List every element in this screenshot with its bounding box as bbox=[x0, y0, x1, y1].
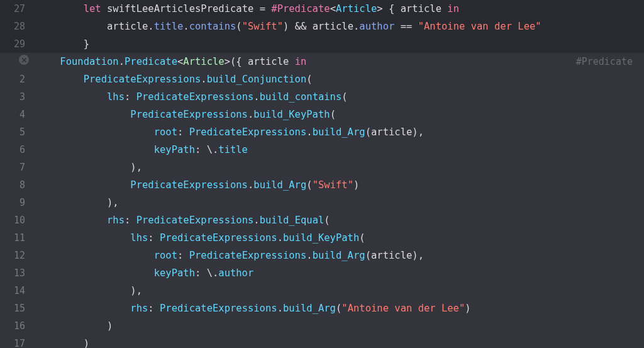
code-line: 17 ) bbox=[0, 335, 644, 348]
code-line: 8 PredicateExpressions.build_Arg("Swift"… bbox=[0, 176, 644, 194]
line-number: 13 bbox=[0, 264, 36, 282]
line-number: 9 bbox=[0, 194, 36, 211]
line-number: 29 bbox=[0, 35, 36, 53]
line-number: 8 bbox=[0, 176, 36, 194]
code-line: 5 root: PredicateExpressions.build_Arg(a… bbox=[0, 123, 644, 141]
line-number: 27 bbox=[0, 0, 36, 18]
code-line: 16 ) bbox=[0, 317, 644, 335]
code-line: 6 keyPath: \.title bbox=[0, 141, 644, 159]
code-line: 11 lhs: PredicateExpressions.build_KeyPa… bbox=[0, 229, 644, 247]
code-line: Foundation.Predicate<Article>({ article … bbox=[0, 53, 644, 70]
line-number: 12 bbox=[0, 247, 36, 264]
line-number: 14 bbox=[0, 282, 36, 300]
code-line: 29 } bbox=[0, 35, 644, 53]
code-line: 14 ), bbox=[0, 282, 644, 300]
line-number: 15 bbox=[0, 300, 36, 317]
line-number: 3 bbox=[0, 88, 36, 106]
code-line: 4 PredicateExpressions.build_KeyPath( bbox=[0, 106, 644, 123]
line-number: 16 bbox=[0, 317, 36, 335]
code-line: 9 ), bbox=[0, 194, 644, 211]
code-line: 15 rhs: PredicateExpressions.build_Arg("… bbox=[0, 300, 644, 317]
code-line: 10 rhs: PredicateExpressions.build_Equal… bbox=[0, 211, 644, 229]
line-number: 11 bbox=[0, 229, 36, 247]
line-number: 6 bbox=[0, 141, 36, 159]
line-number: 10 bbox=[0, 211, 36, 229]
code-line: 2 PredicateExpressions.build_Conjunction… bbox=[0, 70, 644, 88]
code-line: 28 article.title.contains("Swift") && ar… bbox=[0, 18, 644, 35]
code-line: 12 root: PredicateExpressions.build_Arg(… bbox=[0, 247, 644, 264]
code-line: 27 let swiftLeeArticlesPredicate = #Pred… bbox=[0, 0, 644, 18]
code-line: 7 ), bbox=[0, 159, 644, 176]
line-number: 28 bbox=[0, 18, 36, 35]
code-line: 3 lhs: PredicateExpressions.build_contai… bbox=[0, 88, 644, 106]
code-line: 13 keyPath: \.author bbox=[0, 264, 644, 282]
line-number: 2 bbox=[0, 70, 36, 88]
line-number: 4 bbox=[0, 106, 36, 123]
line-number: 5 bbox=[0, 123, 36, 141]
code-editor[interactable]: 27 let swiftLeeArticlesPredicate = #Pred… bbox=[0, 0, 644, 348]
line-number: 17 bbox=[0, 335, 36, 348]
line-number: 7 bbox=[0, 159, 36, 176]
close-icon[interactable] bbox=[19, 55, 29, 65]
macro-expansion-block: #Predicate Foundation.Predicate<Article>… bbox=[0, 53, 644, 348]
